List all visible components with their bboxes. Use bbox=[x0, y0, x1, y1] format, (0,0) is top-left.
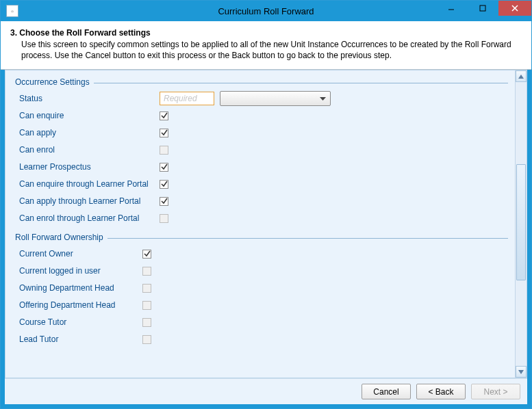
checkbox-apply-portal[interactable] bbox=[160, 197, 168, 206]
wizard-footer: Cancel < Back Next > bbox=[5, 378, 527, 404]
svg-marker-6 bbox=[518, 370, 524, 374]
scroll-thumb[interactable] bbox=[516, 164, 526, 280]
minimize-button[interactable] bbox=[435, 1, 467, 16]
wizard-header: 3. Choose the Roll Forward settings Use … bbox=[1, 21, 531, 70]
group-legend: Occurrence Settings bbox=[15, 77, 94, 87]
checkbox-offering-dept-head[interactable] bbox=[142, 301, 151, 310]
label: Can apply bbox=[19, 128, 160, 137]
label: Can apply through Learner Portal bbox=[19, 196, 160, 206]
label: Current Owner bbox=[19, 249, 142, 259]
row-can-enquire: Can enquire bbox=[19, 107, 504, 124]
checkbox-owning-dept-head[interactable] bbox=[142, 284, 151, 293]
next-button: Next > bbox=[471, 384, 520, 399]
checkbox-learner-prospectus[interactable] bbox=[160, 163, 168, 172]
label: Lead Tutor bbox=[19, 334, 142, 344]
label: Learner Prospectus bbox=[19, 162, 160, 172]
label: Can enquire bbox=[19, 111, 160, 120]
row-apply-portal: Can apply through Learner Portal bbox=[19, 193, 504, 209]
cancel-button[interactable]: Cancel bbox=[362, 384, 411, 399]
row-owning-dept-head: Owning Department Head bbox=[19, 280, 504, 296]
label: Current logged in user bbox=[19, 266, 142, 276]
vertical-scrollbar[interactable] bbox=[515, 70, 527, 378]
svg-marker-5 bbox=[518, 75, 524, 79]
close-button[interactable] bbox=[498, 1, 531, 16]
label: Can enrol through Learner Portal bbox=[19, 213, 160, 223]
label: Can enquire through Learner Portal bbox=[19, 179, 160, 189]
svg-rect-1 bbox=[480, 5, 485, 11]
checkbox-can-enquire[interactable] bbox=[160, 111, 168, 120]
checkbox-course-tutor[interactable] bbox=[142, 318, 151, 327]
back-button[interactable]: < Back bbox=[416, 384, 466, 399]
checkbox-lead-tutor[interactable] bbox=[142, 335, 151, 344]
row-enrol-portal: Can enrol through Learner Portal bbox=[19, 210, 504, 226]
content-area: Occurrence Settings Status Required Can … bbox=[5, 70, 527, 378]
row-enquire-portal: Can enquire through Learner Portal bbox=[19, 176, 504, 192]
scroll-track[interactable] bbox=[516, 82, 527, 366]
maximize-button[interactable] bbox=[467, 1, 498, 16]
checkbox-enquire-portal[interactable] bbox=[160, 180, 168, 189]
titlebar: ▫ Curriculum Roll Forward bbox=[1, 1, 531, 21]
checkbox-current-owner[interactable] bbox=[142, 250, 151, 259]
checkbox-can-apply[interactable] bbox=[160, 129, 168, 137]
row-can-enrol: Can enrol bbox=[19, 142, 504, 158]
row-offering-dept-head: Offering Department Head bbox=[19, 297, 504, 313]
status-dropdown[interactable] bbox=[220, 91, 331, 106]
row-current-owner: Current Owner bbox=[19, 246, 504, 262]
svg-marker-4 bbox=[320, 97, 326, 101]
status-required-input[interactable]: Required bbox=[160, 92, 214, 105]
group-legend: Roll Forward Ownership bbox=[15, 233, 107, 242]
label-status: Status bbox=[19, 94, 160, 103]
step-title: 3. Choose the Roll Forward settings bbox=[10, 28, 522, 38]
checkbox-can-enrol[interactable] bbox=[160, 146, 168, 155]
chevron-down-icon bbox=[320, 94, 326, 103]
window-controls bbox=[435, 1, 531, 16]
step-description: Use this screen to specify common settin… bbox=[10, 39, 522, 61]
row-course-tutor: Course Tutor bbox=[19, 314, 504, 330]
group-roll-forward-ownership: Roll Forward Ownership Current Owner Cur… bbox=[15, 238, 508, 349]
row-learner-prospectus: Learner Prospectus bbox=[19, 159, 504, 175]
dialog-window: ▫ Curriculum Roll Forward 3. Choose the … bbox=[0, 0, 532, 409]
scroll-pane: Occurrence Settings Status Required Can … bbox=[5, 70, 515, 378]
checkbox-enrol-portal[interactable] bbox=[160, 214, 168, 223]
row-current-user: Current logged in user bbox=[19, 263, 504, 279]
row-can-apply: Can apply bbox=[19, 124, 504, 141]
label: Offering Department Head bbox=[19, 300, 142, 310]
row-lead-tutor: Lead Tutor bbox=[19, 331, 504, 347]
scroll-down-button[interactable] bbox=[516, 366, 527, 378]
row-status: Status Required bbox=[19, 90, 504, 107]
label: Course Tutor bbox=[19, 317, 142, 327]
scroll-up-button[interactable] bbox=[516, 70, 527, 82]
label: Can enrol bbox=[19, 145, 160, 155]
checkbox-current-user[interactable] bbox=[142, 267, 151, 276]
label: Owning Department Head bbox=[19, 283, 142, 293]
group-occurrence-settings: Occurrence Settings Status Required Can … bbox=[15, 83, 508, 228]
